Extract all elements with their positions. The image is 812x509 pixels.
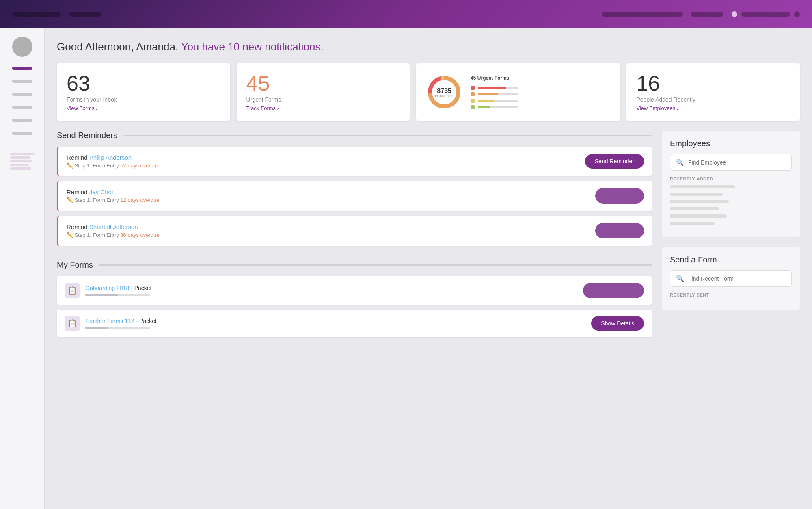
reminder-step-2: ✏️ Step 1: Form Entry 12 days overdue <box>67 197 159 203</box>
stat-card-people: 16 People Added Recently View Employees … <box>626 63 800 121</box>
legend-item-3 <box>471 99 518 103</box>
myforms-section: My Forms 📋 Onboarding 2018 - Packet <box>57 260 652 342</box>
reminder-step-3: ✏️ Step 1: Form Entry 36 days overdue <box>67 232 159 238</box>
skeleton-1 <box>670 185 735 188</box>
send-form-title: Send a Form <box>670 255 792 264</box>
greeting-text: Good Afternoon, Amanda. <box>57 41 178 53</box>
form-item-1: 📋 Onboarding 2018 - Packet <box>57 276 652 305</box>
nav-item-5[interactable] <box>741 12 790 17</box>
nav-item-3[interactable] <box>602 12 683 17</box>
remind-prefix-3: Remind <box>67 223 89 230</box>
form-action-button-2[interactable]: Show Details <box>591 316 644 331</box>
form-search-box[interactable]: 🔍 <box>670 270 792 287</box>
people-label: People Added Recently <box>636 96 790 103</box>
skeleton-3 <box>670 200 729 203</box>
urgent-number: 45 <box>246 73 400 94</box>
skeleton-5 <box>670 214 727 218</box>
donut-number: 8735 <box>435 87 454 94</box>
form-icon-1: 📋 <box>65 283 80 298</box>
reminder-info-3: Remind Shantall Jefferson ✏️ Step 1: For… <box>67 223 159 238</box>
sidebar-item-3[interactable] <box>12 93 32 96</box>
left-panel: Send Reminders Remind Philip Anderson ✏️… <box>57 131 652 342</box>
reminders-line <box>123 135 652 136</box>
reminder-text-2: Remind Jay Choi <box>67 188 159 195</box>
send-reminder-button-3[interactable] <box>595 223 644 238</box>
employee-search-icon: 🔍 <box>676 158 684 166</box>
legend-item-4 <box>471 105 518 109</box>
reminders-title: Send Reminders <box>57 131 117 140</box>
skeleton-6 <box>670 222 715 225</box>
inbox-link[interactable]: View Forms › <box>67 105 220 111</box>
reminders-section: Send Reminders Remind Philip Anderson ✏️… <box>57 131 652 251</box>
urgent-link[interactable]: Track Forms › <box>246 105 400 111</box>
stat-card-donut: 8735 INCOMPLETE 45 Urgent Forms <box>416 63 620 121</box>
myforms-line <box>99 264 652 266</box>
sidebar <box>0 28 45 509</box>
people-number: 16 <box>636 73 790 94</box>
send-reminder-button-1[interactable]: Send Reminder <box>585 154 644 169</box>
reminder-item-1: Remind Philip Anderson ✏️ Step 1: Form E… <box>57 147 652 176</box>
nav-item-2[interactable] <box>69 12 102 17</box>
donut-center: 8735 INCOMPLETE <box>435 87 454 97</box>
legend-dot-4 <box>471 105 475 109</box>
employees-title: Employees <box>670 139 792 148</box>
top-navigation <box>0 0 812 28</box>
form-search-input[interactable] <box>688 275 786 282</box>
reminder-item-2: Remind Jay Choi ✏️ Step 1: Form Entry 12… <box>57 181 652 211</box>
legend-bar-4 <box>478 106 518 108</box>
donut-legend: 45 Urgent Forms <box>471 75 518 109</box>
reminder-name-2: Jay Choi <box>89 188 113 195</box>
legend-bar-2 <box>478 93 518 95</box>
inbox-number: 63 <box>67 73 220 94</box>
form-icon-2: 📋 <box>65 316 80 331</box>
reminders-header: Send Reminders <box>57 131 652 140</box>
legend-bar-1 <box>478 87 518 89</box>
avatar <box>12 37 32 57</box>
form-action-button-1[interactable] <box>583 283 644 298</box>
stat-card-urgent: 45 Urgent Forms Track Forms › <box>237 63 410 121</box>
reminder-name-3: Shantall Jefferson <box>89 223 138 230</box>
employee-search-input[interactable] <box>688 159 786 166</box>
legend-dot-2 <box>471 92 475 96</box>
recently-sent-label: RECENTLY SENT <box>670 292 792 297</box>
donut-chart: 8735 INCOMPLETE <box>426 74 462 110</box>
main-content: Good Afternoon, Amanda. You have 10 new … <box>45 28 812 509</box>
nav-item-6[interactable] <box>794 11 800 17</box>
urgent-label: Urgent Forms <box>246 96 400 103</box>
reminder-item-3: Remind Shantall Jefferson ✏️ Step 1: For… <box>57 216 652 246</box>
skeleton-4 <box>670 207 719 210</box>
people-link[interactable]: View Employees › <box>636 105 790 111</box>
employee-search-box[interactable]: 🔍 <box>670 154 792 171</box>
nav-item-4[interactable] <box>691 12 723 17</box>
reminder-overdue-2: 12 days overdue <box>120 197 159 203</box>
reminder-info-2: Remind Jay Choi ✏️ Step 1: Form Entry 12… <box>67 188 159 203</box>
myforms-title: My Forms <box>57 260 93 270</box>
reminder-name-1: Philip Anderson <box>89 154 132 161</box>
form-name-1: Onboarding 2018 - Packet <box>85 285 583 291</box>
reminder-info-1: Remind Philip Anderson ✏️ Step 1: Form E… <box>67 154 159 169</box>
sidebar-item-5[interactable] <box>12 119 32 122</box>
sidebar-item-2[interactable] <box>12 80 32 83</box>
form-search-icon: 🔍 <box>676 275 684 282</box>
remind-prefix-1: Remind <box>67 154 89 161</box>
stats-row: 63 Forms in your Inbox View Forms › 45 U… <box>57 63 800 121</box>
nav-dot <box>732 11 737 17</box>
sidebar-item-active[interactable] <box>12 67 32 70</box>
sidebar-decoration <box>10 153 35 170</box>
legend-title: 45 Urgent Forms <box>471 75 518 81</box>
sidebar-item-6[interactable] <box>12 132 32 135</box>
send-reminder-button-2[interactable] <box>595 188 644 204</box>
employees-panel: Employees 🔍 RECENTLY ADDED <box>662 131 800 237</box>
legend-dot-3 <box>471 99 475 103</box>
right-panel: Employees 🔍 RECENTLY ADDED Send a Form <box>662 131 800 342</box>
send-form-panel: Send a Form 🔍 RECENTLY SENT <box>662 247 800 310</box>
sidebar-item-4[interactable] <box>12 106 32 109</box>
notification-text: You have 10 new notifications. <box>181 41 323 53</box>
stat-card-inbox: 63 Forms in your Inbox View Forms › <box>57 63 230 121</box>
form-progress-1 <box>85 294 150 296</box>
inbox-label: Forms in your Inbox <box>67 96 220 103</box>
nav-item-1[interactable] <box>12 12 61 17</box>
reminder-text-3: Remind Shantall Jefferson <box>67 223 159 230</box>
form-item-2: 📋 Teacher Forms 112 - Packet Show Detail… <box>57 310 652 337</box>
reminder-text-1: Remind Philip Anderson <box>67 154 159 161</box>
